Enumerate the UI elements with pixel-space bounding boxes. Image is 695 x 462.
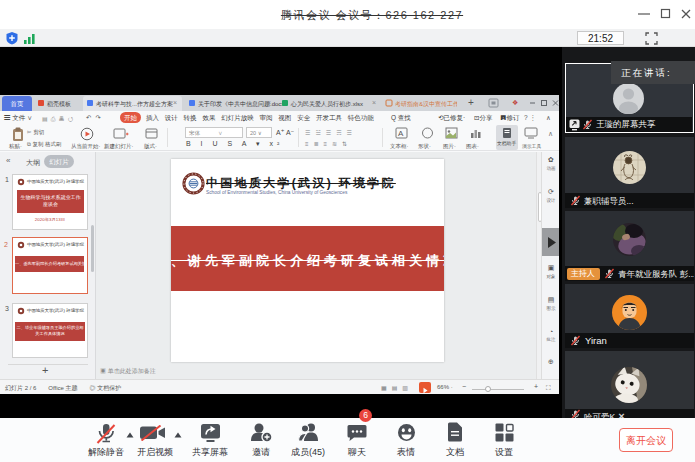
svg-text:A: A	[398, 129, 404, 138]
